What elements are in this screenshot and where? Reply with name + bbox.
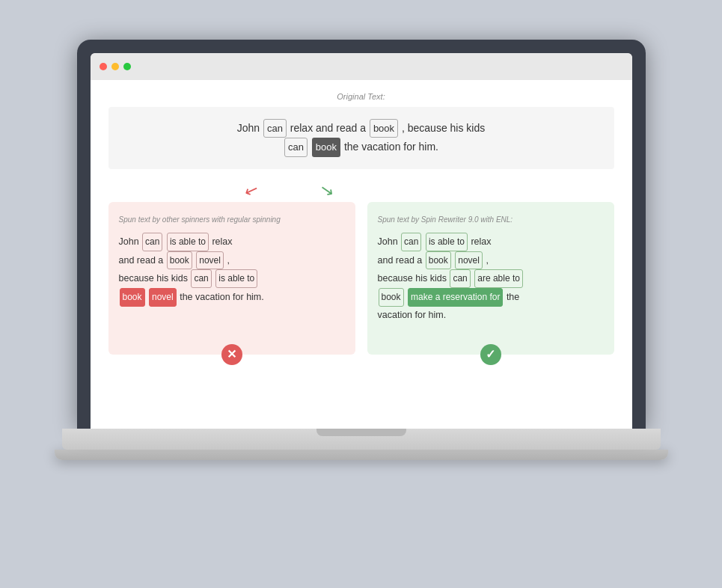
good-are-able-to: are able to [474,269,523,288]
good-icon: ✓ [480,344,501,365]
bad-can2: can [191,269,211,288]
browser-chrome [91,53,632,80]
bad-vacation: the vacation for him. [180,292,264,302]
panel-bad: Spun text by other spinners with regular… [108,202,355,355]
comparison-row: Spun text by other spinners with regular… [108,202,614,355]
arrows-row: ↙ ↘ [108,178,614,199]
laptop-screen-shell: Original Text: John can relax and read a… [77,40,646,429]
arrow-left-icon: ↙ [242,180,260,200]
arrow-right-icon: ↘ [319,181,336,200]
bad-book1: book [167,251,192,270]
traffic-light-green[interactable] [123,63,131,70]
bad-line2: and read a book novel , [119,251,345,270]
orig-vacation: the vacation for him. [344,141,438,153]
bad-comma1: , [227,255,229,266]
good-book1: book [426,251,451,270]
bad-icon: ✕ [221,344,242,365]
good-line4: book make a reservation for the [378,288,604,307]
bad-can1: can [142,233,162,251]
original-text-label: Original Text: [108,92,614,101]
good-and: and read a [378,255,425,266]
original-text-box: John can relax and read a book , because… [108,107,614,169]
laptop-screen-inner: Original Text: John can relax and read a… [91,53,632,429]
good-the: the [507,292,519,302]
good-book2: book [379,288,404,307]
bad-novel2-red: novel [149,288,177,307]
browser-content: Original Text: John can relax and read a… [91,80,632,429]
orig-can2-tag: can [284,138,308,156]
bad-because: because his kids [119,273,191,284]
good-relax: relax [471,236,491,247]
good-john: John [378,236,401,247]
panel-bad-label: Spun text by other spinners with regular… [119,212,345,227]
laptop-base [62,429,661,450]
orig-can-tag: can [263,119,287,138]
good-line2: and read a book novel , [378,251,604,270]
laptop-notch [316,429,406,436]
bad-is-able-to1: is able to [167,233,209,251]
orig-relax: relax and read a [290,122,369,134]
orig-book2-dark: book [312,138,340,156]
bad-novel1: novel [196,251,224,270]
orig-because: , because his kids [402,122,485,134]
bad-line1: John can is able to relax [119,233,345,251]
original-line1: John can relax and read a book , because… [123,119,599,138]
laptop-container: Original Text: John can relax and read a… [55,40,668,548]
traffic-light-yellow[interactable] [111,63,119,70]
good-make-reservation: make a reservation for [408,288,503,307]
panel-good: Spun text by Spin Rewriter 9.0 with ENL:… [367,202,614,355]
bad-line3: because his kids can is able to [119,269,345,288]
bad-is-able-to2: is able to [215,269,257,288]
good-can2: can [450,269,470,288]
good-line1: John can is able to relax [378,233,604,251]
good-is-able-to1: is able to [426,233,468,251]
original-line2: can book the vacation for him. [123,138,599,156]
good-can1: can [401,233,421,251]
laptop-foot [55,450,668,460]
good-line5: vacation for him. [378,307,604,325]
good-vacation: vacation for him. [378,310,447,320]
good-line3: because his kids can are able to [378,269,604,288]
bad-relax: relax [212,236,232,247]
bad-book2-red: book [120,288,145,307]
orig-book-tag: book [370,119,398,138]
bad-john: John [119,236,142,247]
panel-good-label: Spun text by Spin Rewriter 9.0 with ENL: [378,212,604,227]
good-comma: , [486,255,488,266]
good-because: because his kids [378,273,450,284]
bad-line4: book novel the vacation for him. [119,288,345,307]
traffic-light-red[interactable] [100,63,107,70]
bad-and: and read a [119,255,166,266]
orig-john: John [237,122,263,134]
good-novel1: novel [455,251,483,270]
